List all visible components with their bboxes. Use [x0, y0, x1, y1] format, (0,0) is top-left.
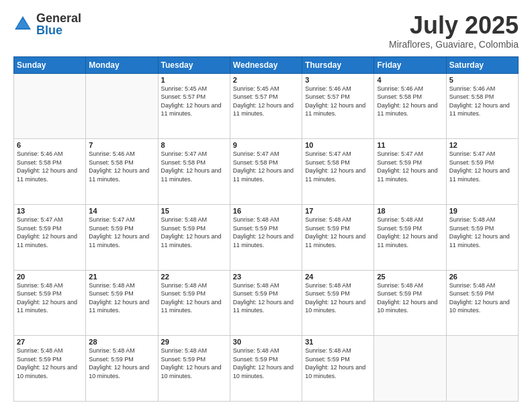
day-number: 21: [89, 273, 154, 281]
day-info: Sunrise: 5:48 AM Sunset: 5:59 PM Dayligh…: [305, 281, 371, 315]
day-info: Sunrise: 5:48 AM Sunset: 5:59 PM Dayligh…: [233, 216, 299, 249]
day-number: 12: [449, 141, 515, 149]
table-row: 3Sunrise: 5:46 AM Sunset: 5:57 PM Daylig…: [302, 73, 374, 139]
day-number: 24: [305, 273, 371, 281]
day-number: 8: [161, 141, 227, 149]
day-info: Sunrise: 5:48 AM Sunset: 5:59 PM Dayligh…: [377, 281, 443, 315]
day-number: 9: [233, 141, 299, 149]
day-number: 19: [449, 207, 515, 215]
logo: General Blue: [13, 12, 81, 36]
day-info: Sunrise: 5:46 AM Sunset: 5:58 PM Dayligh…: [449, 85, 515, 118]
table-row: 5Sunrise: 5:46 AM Sunset: 5:58 PM Daylig…: [446, 73, 518, 139]
day-number: 10: [305, 141, 371, 149]
title-block: July 2025 Miraflores, Guaviare, Colombia: [389, 12, 519, 50]
day-info: Sunrise: 5:47 AM Sunset: 5:58 PM Dayligh…: [161, 150, 227, 183]
day-info: Sunrise: 5:48 AM Sunset: 5:59 PM Dayligh…: [449, 281, 515, 315]
day-number: 20: [17, 273, 83, 281]
day-number: 31: [305, 338, 371, 346]
table-row: 11Sunrise: 5:47 AM Sunset: 5:59 PM Dayli…: [374, 139, 446, 205]
calendar-week-row: 1Sunrise: 5:45 AM Sunset: 5:57 PM Daylig…: [14, 73, 519, 139]
day-info: Sunrise: 5:47 AM Sunset: 5:59 PM Dayligh…: [449, 150, 515, 183]
day-info: Sunrise: 5:48 AM Sunset: 5:59 PM Dayligh…: [449, 216, 515, 249]
day-info: Sunrise: 5:46 AM Sunset: 5:58 PM Dayligh…: [377, 85, 443, 118]
table-row: 2Sunrise: 5:45 AM Sunset: 5:57 PM Daylig…: [230, 73, 302, 139]
table-row: 29Sunrise: 5:48 AM Sunset: 5:59 PM Dayli…: [158, 336, 230, 402]
table-row: 13Sunrise: 5:47 AM Sunset: 5:59 PM Dayli…: [14, 204, 86, 270]
page: General Blue July 2025 Miraflores, Guavi…: [0, 0, 532, 411]
day-number: 1: [161, 76, 227, 84]
header-friday: Friday: [374, 56, 446, 73]
table-row: 19Sunrise: 5:48 AM Sunset: 5:59 PM Dayli…: [446, 204, 518, 270]
day-info: Sunrise: 5:47 AM Sunset: 5:59 PM Dayligh…: [89, 216, 154, 249]
weekday-header-row: Sunday Monday Tuesday Wednesday Thursday…: [14, 56, 519, 73]
table-row: [86, 73, 158, 139]
table-row: 31Sunrise: 5:48 AM Sunset: 5:59 PM Dayli…: [302, 336, 374, 402]
table-row: 1Sunrise: 5:45 AM Sunset: 5:57 PM Daylig…: [158, 73, 230, 139]
day-number: 29: [161, 338, 227, 346]
day-number: 30: [233, 338, 299, 346]
table-row: 20Sunrise: 5:48 AM Sunset: 5:59 PM Dayli…: [14, 270, 86, 336]
table-row: 7Sunrise: 5:46 AM Sunset: 5:58 PM Daylig…: [86, 139, 158, 205]
header-sunday: Sunday: [14, 56, 86, 73]
calendar-week-row: 27Sunrise: 5:48 AM Sunset: 5:59 PM Dayli…: [14, 336, 519, 402]
day-number: 11: [377, 141, 443, 149]
table-row: [446, 336, 518, 402]
day-info: Sunrise: 5:47 AM Sunset: 5:59 PM Dayligh…: [17, 216, 83, 249]
table-row: 15Sunrise: 5:48 AM Sunset: 5:59 PM Dayli…: [158, 204, 230, 270]
day-number: 23: [233, 273, 299, 281]
header-saturday: Saturday: [446, 56, 518, 73]
table-row: 4Sunrise: 5:46 AM Sunset: 5:58 PM Daylig…: [374, 73, 446, 139]
location: Miraflores, Guaviare, Colombia: [389, 39, 519, 50]
table-row: 22Sunrise: 5:48 AM Sunset: 5:59 PM Dayli…: [158, 270, 230, 336]
calendar-week-row: 20Sunrise: 5:48 AM Sunset: 5:59 PM Dayli…: [14, 270, 519, 336]
day-number: 14: [89, 207, 154, 215]
day-info: Sunrise: 5:48 AM Sunset: 5:59 PM Dayligh…: [377, 216, 443, 249]
day-number: 15: [161, 207, 227, 215]
day-number: 6: [17, 141, 83, 149]
day-number: 17: [305, 207, 371, 215]
table-row: 26Sunrise: 5:48 AM Sunset: 5:59 PM Dayli…: [446, 270, 518, 336]
table-row: 18Sunrise: 5:48 AM Sunset: 5:59 PM Dayli…: [374, 204, 446, 270]
day-info: Sunrise: 5:48 AM Sunset: 5:59 PM Dayligh…: [161, 216, 227, 249]
table-row: 30Sunrise: 5:48 AM Sunset: 5:59 PM Dayli…: [230, 336, 302, 402]
day-number: 13: [17, 207, 83, 215]
header-tuesday: Tuesday: [158, 56, 230, 73]
day-info: Sunrise: 5:46 AM Sunset: 5:57 PM Dayligh…: [305, 85, 371, 118]
table-row: 10Sunrise: 5:47 AM Sunset: 5:58 PM Dayli…: [302, 139, 374, 205]
month-title: July 2025: [389, 12, 519, 39]
calendar-week-row: 6Sunrise: 5:46 AM Sunset: 5:58 PM Daylig…: [14, 139, 519, 205]
header: General Blue July 2025 Miraflores, Guavi…: [13, 12, 519, 50]
day-info: Sunrise: 5:48 AM Sunset: 5:59 PM Dayligh…: [233, 281, 299, 315]
day-number: 27: [17, 338, 83, 346]
header-wednesday: Wednesday: [230, 56, 302, 73]
table-row: 28Sunrise: 5:48 AM Sunset: 5:59 PM Dayli…: [86, 336, 158, 402]
table-row: 23Sunrise: 5:48 AM Sunset: 5:59 PM Dayli…: [230, 270, 302, 336]
header-monday: Monday: [86, 56, 158, 73]
day-number: 2: [233, 76, 299, 84]
day-info: Sunrise: 5:45 AM Sunset: 5:57 PM Dayligh…: [161, 85, 227, 118]
day-number: 16: [233, 207, 299, 215]
day-info: Sunrise: 5:48 AM Sunset: 5:59 PM Dayligh…: [89, 347, 154, 380]
day-info: Sunrise: 5:48 AM Sunset: 5:59 PM Dayligh…: [17, 347, 83, 380]
day-info: Sunrise: 5:48 AM Sunset: 5:59 PM Dayligh…: [305, 216, 371, 249]
calendar-table: Sunday Monday Tuesday Wednesday Thursday…: [13, 56, 519, 402]
day-number: 7: [89, 141, 154, 149]
table-row: 21Sunrise: 5:48 AM Sunset: 5:59 PM Dayli…: [86, 270, 158, 336]
table-row: 24Sunrise: 5:48 AM Sunset: 5:59 PM Dayli…: [302, 270, 374, 336]
table-row: 27Sunrise: 5:48 AM Sunset: 5:59 PM Dayli…: [14, 336, 86, 402]
day-info: Sunrise: 5:45 AM Sunset: 5:57 PM Dayligh…: [233, 85, 299, 118]
day-number: 28: [89, 338, 154, 346]
day-number: 3: [305, 76, 371, 84]
table-row: 8Sunrise: 5:47 AM Sunset: 5:58 PM Daylig…: [158, 139, 230, 205]
day-info: Sunrise: 5:46 AM Sunset: 5:58 PM Dayligh…: [17, 150, 83, 183]
logo-general-text: General: [36, 12, 81, 24]
day-number: 5: [449, 76, 515, 84]
table-row: 16Sunrise: 5:48 AM Sunset: 5:59 PM Dayli…: [230, 204, 302, 270]
day-info: Sunrise: 5:46 AM Sunset: 5:58 PM Dayligh…: [89, 150, 154, 183]
day-info: Sunrise: 5:47 AM Sunset: 5:58 PM Dayligh…: [305, 150, 371, 183]
logo-blue-text: Blue: [36, 24, 81, 36]
logo-icon: [13, 15, 32, 34]
table-row: 12Sunrise: 5:47 AM Sunset: 5:59 PM Dayli…: [446, 139, 518, 205]
svg-marker-1: [16, 19, 30, 28]
day-info: Sunrise: 5:48 AM Sunset: 5:59 PM Dayligh…: [161, 281, 227, 315]
